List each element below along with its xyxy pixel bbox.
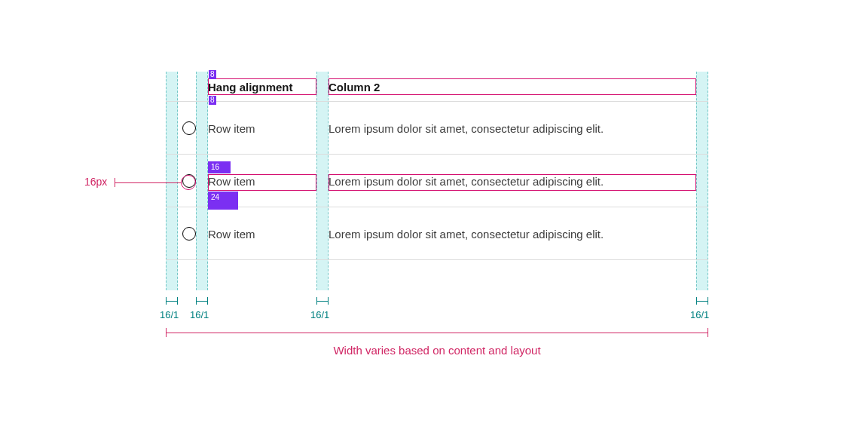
header-col2: Column 2 — [329, 80, 698, 93]
row-col2: Lorem ipsum dolor sit amet, consectetur … — [329, 174, 698, 187]
spacing-chip-8-bottom: 8 — [209, 96, 216, 105]
radio-icon[interactable] — [182, 227, 196, 241]
callout-line — [115, 182, 181, 183]
radio-icon[interactable] — [182, 121, 196, 135]
measure-g1: 16/1 — [166, 297, 178, 320]
header-col1: Hang alignment — [208, 80, 293, 93]
table-row: Row item Lorem ipsum dolor sit amet, con… — [166, 207, 708, 260]
row-col1: Row item — [208, 121, 255, 134]
row-col2: Lorem ipsum dolor sit amet, consectetur … — [329, 121, 698, 134]
measure-g3: 16/1 — [316, 297, 329, 320]
table-row: Row item Lorem ipsum dolor sit amet, con… — [166, 155, 708, 207]
fullwidth-bracket — [166, 328, 708, 337]
callout-16px: 16px — [84, 176, 107, 188]
row-col1: Row item — [208, 227, 255, 240]
measure-g2: 16/1 — [196, 297, 208, 320]
table-header-row: Hang alignment Column 2 — [166, 72, 708, 102]
table-row: Row item Lorem ipsum dolor sit amet, con… — [166, 102, 708, 155]
radio-icon[interactable] — [182, 174, 196, 188]
spacing-chip-16: 16 — [209, 163, 221, 172]
spacing-chip-24: 24 — [209, 193, 221, 202]
callout-tick — [115, 178, 115, 187]
spec-diagram: Hang alignment Column 2 Row item Lorem i… — [0, 0, 868, 423]
data-table: Hang alignment Column 2 Row item Lorem i… — [166, 72, 708, 260]
fullwidth-caption: Width varies based on content and layout — [166, 344, 708, 357]
row-col1: Row item — [208, 174, 255, 187]
spacing-chip-8-top: 8 — [209, 70, 216, 79]
measure-g4: 16/1 — [696, 297, 708, 320]
row-col2: Lorem ipsum dolor sit amet, consectetur … — [329, 227, 698, 240]
